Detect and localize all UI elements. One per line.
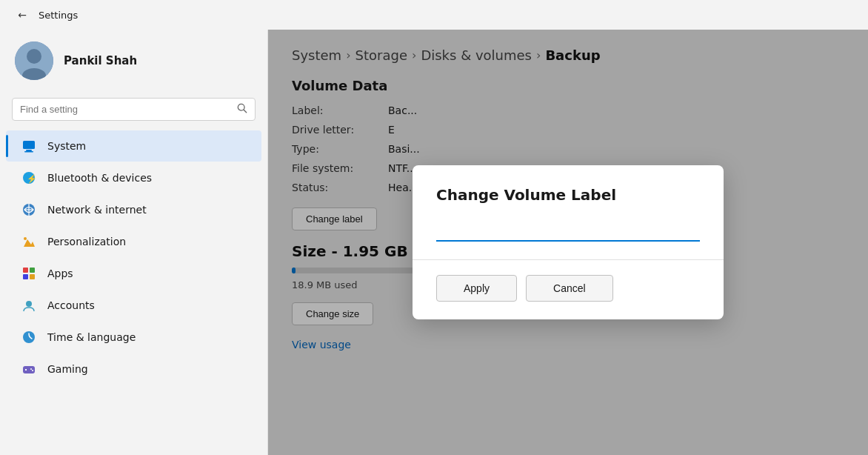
user-profile[interactable]: Pankil Shah: [0, 30, 267, 92]
sidebar-item-accounts[interactable]: Accounts: [6, 290, 261, 321]
sidebar-item-label-apps: Apps: [47, 268, 73, 279]
modal-cancel-button[interactable]: Cancel: [526, 275, 613, 302]
nav-list: System ⚡ Bluetooth & devices: [0, 130, 267, 455]
sidebar-item-system[interactable]: System: [6, 130, 261, 162]
time-icon: [21, 329, 37, 345]
search-icon: [237, 103, 247, 116]
content-area: System › Storage › Disks & volumes › Bac…: [268, 30, 868, 455]
svg-line-4: [244, 110, 247, 113]
sidebar: Pankil Shah: [0, 30, 268, 455]
sidebar-item-time[interactable]: Time & language: [6, 322, 261, 353]
sidebar-item-personalization[interactable]: Personalization: [6, 226, 261, 257]
svg-point-13: [24, 237, 27, 240]
svg-rect-6: [26, 150, 32, 151]
svg-point-24: [32, 370, 33, 371]
modal-overlay: Change Volume Label Apply Cancel: [268, 30, 868, 455]
main-layout: Pankil Shah: [0, 30, 868, 455]
sidebar-item-apps[interactable]: Apps: [6, 258, 261, 289]
svg-point-23: [30, 368, 32, 370]
modal-actions: Apply Cancel: [436, 275, 700, 302]
bluetooth-icon: ⚡: [21, 170, 37, 186]
sidebar-item-bluetooth[interactable]: ⚡ Bluetooth & devices: [6, 162, 261, 193]
sidebar-item-label-accounts: Accounts: [47, 299, 95, 311]
apps-icon: [21, 265, 37, 282]
modal-title: Change Volume Label: [436, 186, 700, 204]
svg-rect-16: [23, 274, 28, 279]
svg-rect-17: [30, 274, 35, 279]
personalization-icon: [21, 233, 37, 250]
app-title: Settings: [39, 10, 78, 21]
svg-rect-15: [30, 268, 35, 273]
svg-rect-5: [23, 141, 35, 149]
modal-label-input[interactable]: [436, 219, 700, 242]
svg-point-18: [26, 301, 32, 307]
back-button[interactable]: ←: [12, 4, 33, 25]
svg-rect-20: [23, 366, 35, 373]
modal-dialog: Change Volume Label Apply Cancel: [413, 165, 724, 319]
modal-divider: [413, 259, 724, 260]
search-box[interactable]: [12, 98, 256, 121]
avatar: [15, 41, 53, 80]
sidebar-item-label-bluetooth: Bluetooth & devices: [47, 172, 152, 184]
sidebar-item-label-system: System: [47, 140, 86, 152]
svg-rect-14: [23, 268, 28, 273]
sidebar-item-label-gaming: Gaming: [47, 363, 88, 375]
accounts-icon: [21, 297, 37, 313]
system-icon: [21, 138, 37, 154]
user-name: Pankil Shah: [64, 54, 137, 67]
svg-text:⚡: ⚡: [27, 173, 37, 184]
svg-point-1: [27, 49, 41, 64]
network-icon: [21, 202, 37, 218]
sidebar-item-network[interactable]: Network & internet: [6, 194, 261, 225]
title-bar: ← Settings: [0, 0, 868, 30]
svg-rect-7: [24, 151, 33, 153]
sidebar-item-label-time: Time & language: [47, 331, 136, 343]
search-input[interactable]: [20, 104, 231, 115]
gaming-icon: [21, 361, 37, 377]
sidebar-item-label-network: Network & internet: [47, 204, 147, 216]
sidebar-item-label-personalization: Personalization: [47, 236, 126, 248]
modal-apply-button[interactable]: Apply: [436, 275, 517, 302]
sidebar-item-gaming[interactable]: Gaming: [6, 353, 261, 385]
search-container: [0, 92, 267, 130]
